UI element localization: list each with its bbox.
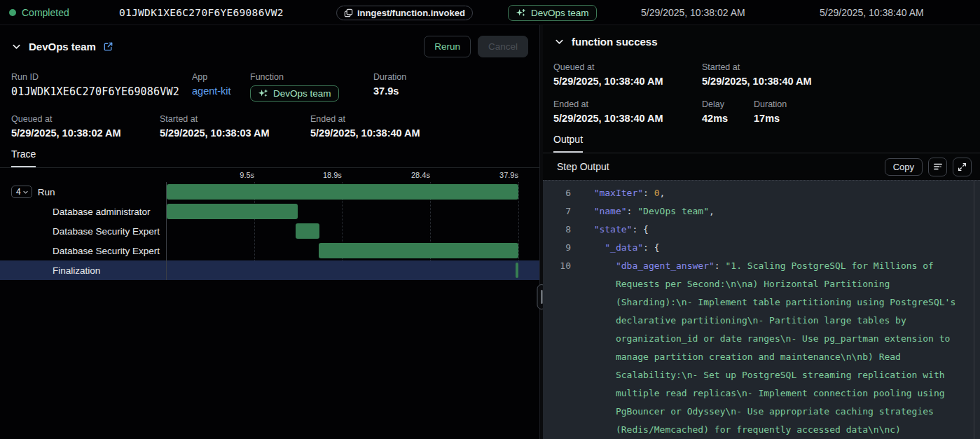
tick-label: 28.4s	[411, 171, 430, 179]
trace-row-label: Database Security Expert	[53, 246, 160, 256]
span-count-dropdown[interactable]: 4	[11, 186, 32, 198]
step-output-code[interactable]: 6"maxIter": 0,7"name": "DevOps team",8"s…	[543, 180, 980, 439]
trace-row-label: Run	[38, 187, 55, 197]
field-label: Queued at	[553, 62, 702, 72]
trace-span-bar[interactable]	[319, 243, 518, 258]
line-number: 8	[543, 221, 571, 239]
meta-field: Delay42ms	[702, 99, 754, 124]
field-value[interactable]: agent-kit	[192, 85, 250, 97]
trace-row[interactable]: 4 Run	[0, 182, 539, 202]
trace-rows: 4 RunDatabase administratorDatabase Secu…	[0, 182, 539, 280]
run-detail-panel: DevOps team Rerun Cancel Run ID01JWDK1XE…	[0, 25, 539, 439]
run-tabbar: Trace	[0, 148, 539, 168]
meta-field: Ended at5/29/2025, 10:38:40 AM	[310, 114, 420, 139]
meta-field: Run ID01JWDK1XE6C270F6YE69086VW2	[11, 72, 192, 102]
tab-trace[interactable]: Trace	[11, 148, 36, 167]
code-line: 9"_data": {	[543, 239, 960, 257]
function-badge-top[interactable]: DevOps team	[508, 5, 597, 21]
step-detail-panel: function success Queued at5/29/2025, 10:…	[543, 25, 980, 439]
code-content: "name": "DevOps team",	[583, 202, 715, 221]
field-value: 37.9s	[373, 85, 406, 97]
event-badge-label: inngest/function.invoked	[357, 8, 465, 18]
ended-timestamp: 5/29/2025, 10:38:40 AM	[820, 0, 924, 25]
run-meta-row-1: Run ID01JWDK1XE6C270F6YE69086VW2Appagent…	[0, 69, 539, 102]
function-badge[interactable]: DevOps team	[250, 85, 339, 102]
field-label: Run ID	[11, 72, 192, 82]
step-output-title: Step Output	[557, 161, 879, 172]
trace-timeline: 9.5s18.9s28.4s37.9s 4 RunDatabase admini…	[0, 169, 539, 280]
queued-timestamp: 5/29/2025, 10:38:02 AM	[641, 0, 745, 25]
field-value: 5/29/2025, 10:38:02 AM	[11, 127, 160, 139]
code-line: 7"name": "DevOps team",	[543, 202, 960, 221]
event-copy-icon	[344, 8, 353, 18]
trace-span-bar[interactable]	[516, 263, 518, 278]
line-number: 7	[543, 202, 571, 221]
step-tabbar: Output	[543, 133, 980, 153]
run-status: Completed	[9, 0, 69, 25]
run-panel-title: DevOps team	[29, 41, 96, 53]
field-label: Queued at	[11, 114, 160, 124]
trace-row[interactable]: Database Security Expert	[0, 241, 539, 260]
meta-field: Duration17ms	[754, 99, 787, 124]
field-label: Delay	[702, 99, 754, 109]
code-line: 10"dba_agent_answer": "1. Scaling Postgr…	[543, 257, 960, 439]
field-value: 42ms	[702, 113, 754, 124]
external-link-icon[interactable]	[103, 41, 113, 52]
field-label: Function	[250, 72, 373, 82]
meta-field: Appagent-kit	[192, 72, 250, 102]
chevron-down-icon[interactable]	[11, 41, 22, 52]
field-label: App	[192, 72, 250, 82]
line-number: 9	[543, 239, 571, 257]
run-summary-bar: Completed 01JWDK1XE6C270F6YE69086VW2 inn…	[0, 0, 980, 25]
trace-row[interactable]: Finalization	[0, 260, 539, 280]
event-badge[interactable]: inngest/function.invoked	[336, 6, 473, 20]
code-content: "maxIter": 0,	[583, 184, 665, 202]
tick-label: 18.9s	[323, 171, 342, 179]
field-value: 17ms	[754, 113, 787, 124]
meta-field: Queued at5/29/2025, 10:38:40 AM	[553, 62, 702, 87]
rerun-button[interactable]: Rerun	[424, 36, 471, 57]
field-value: 01JWDK1XE6C270F6YE69086VW2	[11, 85, 192, 98]
step-meta-row-2: Ended at5/29/2025, 10:38:40 AMDelay42msD…	[543, 97, 980, 124]
meta-field: Queued at5/29/2025, 10:38:02 AM	[11, 114, 160, 139]
status-label: Completed	[22, 7, 69, 18]
step-meta-row-1: Queued at5/29/2025, 10:38:40 AMStarted a…	[543, 60, 980, 87]
trace-row[interactable]: Database administrator	[0, 202, 539, 221]
tab-output[interactable]: Output	[553, 134, 583, 153]
field-value: 5/29/2025, 10:38:03 AM	[160, 127, 310, 139]
sparkle-icon	[258, 88, 268, 99]
status-dot-icon	[9, 9, 16, 16]
field-label: Ended at	[553, 99, 702, 109]
code-scrollbar[interactable]	[974, 181, 974, 439]
code-content: "_data": {	[583, 239, 660, 257]
step-output-toolbar: Step Output Copy	[543, 153, 980, 180]
meta-field: FunctionDevOps team	[250, 72, 373, 102]
code-line: 6"maxIter": 0,	[543, 184, 960, 202]
cancel-button[interactable]: Cancel	[478, 36, 528, 57]
line-number: 10	[543, 257, 571, 439]
meta-field: Started at5/29/2025, 10:38:03 AM	[160, 114, 310, 139]
trace-span-bar[interactable]	[296, 223, 319, 239]
trace-span-bar[interactable]	[167, 204, 298, 219]
tick-label: 9.5s	[240, 171, 254, 179]
copy-button[interactable]: Copy	[885, 158, 923, 176]
expand-button[interactable]	[953, 158, 972, 176]
trace-span-bar[interactable]	[167, 184, 518, 200]
chevron-down-icon[interactable]	[554, 36, 565, 47]
meta-field: Ended at5/29/2025, 10:38:40 AM	[553, 99, 702, 124]
tick-label: 37.9s	[499, 171, 518, 179]
field-label: Started at	[160, 114, 310, 124]
field-label: Duration	[373, 72, 406, 82]
trace-row-label: Finalization	[53, 265, 100, 276]
word-wrap-button[interactable]	[928, 158, 947, 176]
code-content: "dba_agent_answer": "1. Scaling PostgreS…	[583, 257, 960, 439]
field-label: Duration	[754, 99, 787, 109]
field-value: 5/29/2025, 10:38:40 AM	[702, 76, 812, 87]
trace-tick-row: 9.5s18.9s28.4s37.9s	[166, 169, 518, 182]
meta-field: Started at5/29/2025, 10:38:40 AM	[702, 62, 812, 87]
run-id-text: 01JWDK1XE6C270F6YE69086VW2	[119, 0, 284, 25]
trace-row[interactable]: Database Security Expert	[0, 221, 539, 241]
line-number: 6	[543, 184, 571, 202]
field-value: 5/29/2025, 10:38:40 AM	[310, 127, 420, 139]
trace-row-label: Database Security Expert	[53, 226, 160, 237]
